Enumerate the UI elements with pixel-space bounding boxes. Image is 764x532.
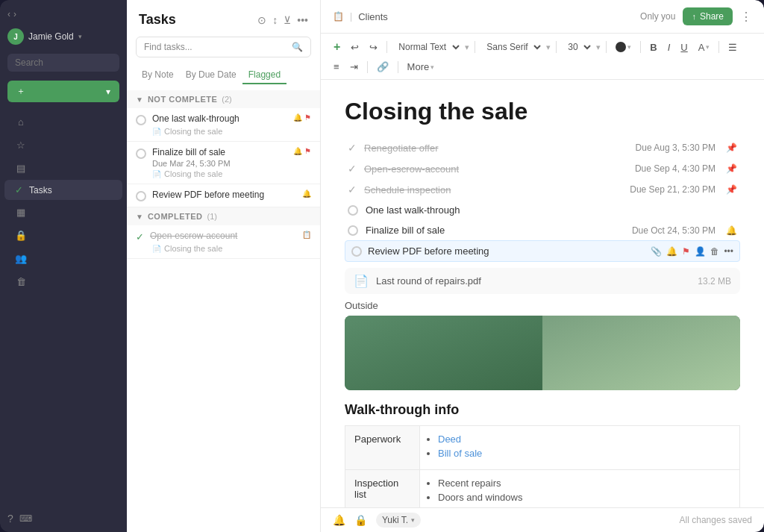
- forward-arrow[interactable]: ›: [13, 9, 16, 19]
- sidebar-item-home[interactable]: ⌂: [4, 110, 122, 133]
- not-complete-count: (2): [222, 95, 231, 104]
- walkthrough-table: Paperwork Deed Bill of sale Inspection l…: [345, 425, 740, 507]
- bill-of-sale-link[interactable]: Bill of sale: [438, 448, 482, 459]
- toolbar-size-select[interactable]: 30: [562, 40, 593, 54]
- keyboard-icon[interactable]: ⌨: [19, 513, 32, 524]
- task-main-completed-escrow: ✓ Open-escrow-account 📋: [136, 231, 311, 242]
- sidebar-item-trash[interactable]: 🗑: [4, 270, 122, 292]
- sidebar-item-tasks[interactable]: ✓ Tasks: [4, 180, 122, 200]
- toolbar-sep-5: [640, 41, 641, 53]
- task-sub-finalize: 📄 Closing the sale: [152, 169, 311, 178]
- tab-by-due-date[interactable]: By Due Date: [180, 66, 242, 84]
- not-complete-toggle[interactable]: ▼: [136, 96, 143, 104]
- sidebar-item-starred[interactable]: ☆: [4, 134, 122, 156]
- not-complete-label: NOT COMPLETE: [148, 95, 217, 104]
- toolbar-normal-text-select[interactable]: Normal Text: [392, 40, 462, 54]
- toolbar-add-btn[interactable]: +: [330, 38, 344, 56]
- doc-task-escrow[interactable]: ✓ Open-escrow-account Due Sep 4, 4:30 PM…: [345, 158, 740, 179]
- task-delete-icon[interactable]: 🗑: [710, 246, 719, 257]
- toolbar-numbered-list-btn[interactable]: ≡: [330, 59, 343, 75]
- new-button[interactable]: ＋ ▾: [7, 81, 119, 102]
- task-item-finalize[interactable]: Finalize bill of sale 🔔 ⚑ Due Mar 24, 5:…: [127, 142, 320, 184]
- doc-title: Closing the sale: [345, 98, 740, 125]
- toolbar-more-btn[interactable]: More ▾: [404, 59, 439, 75]
- tasks-filter-icon[interactable]: ⊙: [257, 14, 266, 26]
- editor-user-chevron: ▾: [411, 516, 415, 524]
- tasks-more-icon[interactable]: •••: [297, 14, 308, 26]
- task-item-walk-through[interactable]: One last walk-through 🔔 ⚑ 📄 Closing the …: [127, 108, 320, 142]
- lock-icon: 🔒: [15, 230, 27, 241]
- editor-bottom-bell[interactable]: 🔔: [333, 514, 345, 526]
- find-tasks-input-wrapper[interactable]: Find tasks... 🔍: [136, 37, 311, 57]
- task-item-completed-escrow[interactable]: ✓ Open-escrow-account 📋 📄 Closing the sa…: [127, 225, 320, 259]
- sidebar-item-table[interactable]: ▦: [4, 201, 122, 223]
- toolbar-underline-btn[interactable]: U: [677, 40, 691, 55]
- task-attach-icon[interactable]: 📎: [651, 246, 662, 257]
- editor-bottom-lock[interactable]: 🔒: [354, 514, 367, 526]
- toolbar-bullet-list-btn[interactable]: ☰: [724, 40, 741, 55]
- deed-link[interactable]: Deed: [438, 434, 461, 445]
- toolbar-more-label: More: [407, 61, 430, 72]
- toolbar-undo-btn[interactable]: ↩: [347, 40, 363, 55]
- task-name-completed-escrow: Open-escrow-account: [150, 231, 296, 241]
- task-item-review[interactable]: Review PDF before meeting 🔔: [127, 184, 320, 207]
- task-bell-icon[interactable]: 🔔: [666, 246, 677, 257]
- tasks-panel-title: Tasks: [139, 12, 176, 28]
- main-editor: 📋 | Clients Only you ↑ Share ⋮ + ↩ ↪ Nor…: [321, 0, 764, 532]
- sidebar-item-lock[interactable]: 🔒: [4, 224, 122, 246]
- note-icon-finalize: 📄: [152, 170, 161, 178]
- toolbar-color-btn[interactable]: ▾: [612, 40, 635, 54]
- inspection-items: Recent repairs Doors and windows: [420, 470, 740, 508]
- editor-more-icon[interactable]: ⋮: [740, 10, 752, 24]
- people-icon: 👥: [15, 253, 27, 264]
- back-arrow[interactable]: ‹: [7, 9, 10, 19]
- toolbar-chevron-more: ▾: [430, 63, 434, 71]
- doc-task-finalize[interactable]: Finalize bill of sale Due Oct 24, 5:30 P…: [345, 220, 740, 240]
- tasks-sort-icon[interactable]: ↕: [272, 14, 278, 26]
- toolbar-bold-btn[interactable]: B: [646, 40, 660, 55]
- toolbar-italic-btn[interactable]: I: [664, 40, 674, 55]
- tab-flagged[interactable]: Flagged: [242, 66, 286, 84]
- sidebar-item-list[interactable]: ▤: [4, 157, 122, 179]
- chevron-down-icon: ▾: [78, 33, 82, 40]
- task-main-walk-through: One last walk-through 🔔 ⚑: [136, 113, 311, 125]
- toolbar-sep-1: [386, 41, 387, 53]
- task-text-review-input[interactable]: [368, 245, 645, 257]
- task-flag-icon[interactable]: ⚑: [682, 246, 690, 257]
- note-icon-walk-through: 📄: [152, 128, 161, 136]
- toolbar-font-select[interactable]: Sans Serif: [480, 40, 543, 54]
- doc-task-inspection[interactable]: ✓ Schedule inspection Due Sep 21, 2:30 P…: [345, 179, 740, 200]
- doc-task-review-active[interactable]: 📎 🔔 ⚑ 👤 🗑 •••: [345, 240, 740, 262]
- bell-badge-review: 🔔: [302, 190, 311, 198]
- toolbar-link-btn[interactable]: 🔗: [373, 59, 392, 75]
- circle-review: [351, 246, 362, 257]
- find-tasks-placeholder: Find tasks...: [144, 42, 192, 52]
- new-btn-row: ＋ ▾: [0, 76, 127, 107]
- doc-task-walkthrough[interactable]: One last walk-through: [345, 200, 740, 220]
- share-button[interactable]: ↑ Share: [683, 7, 733, 25]
- tab-by-note[interactable]: By Note: [136, 66, 180, 84]
- editor-user-chip[interactable]: Yuki T. ▾: [376, 513, 421, 528]
- task-assign-icon[interactable]: 👤: [695, 246, 706, 257]
- toolbar-indent-btn[interactable]: ⇥: [346, 59, 362, 75]
- task-more-icon[interactable]: •••: [724, 246, 733, 257]
- completed-toggle[interactable]: ▼: [136, 213, 143, 221]
- tasks-funnel-icon[interactable]: ⊻: [284, 14, 291, 26]
- sidebar-item-people[interactable]: 👥: [4, 247, 122, 269]
- share-label: Share: [700, 11, 724, 22]
- doc-task-list: ✓ Renegotiate offer Due Aug 3, 5:30 PM 📌…: [345, 137, 740, 262]
- task-badges-review: 🔔: [302, 190, 311, 198]
- task-badges-walk-through: 🔔 ⚑: [293, 113, 311, 122]
- tasks-header-icons: ⊙ ↕ ⊻ •••: [257, 14, 308, 26]
- user-row[interactable]: J Jamie Gold ▾: [0, 24, 127, 49]
- sidebar-search-input[interactable]: [7, 54, 119, 72]
- help-icon[interactable]: ?: [7, 513, 13, 525]
- toolbar-text-color-btn[interactable]: A ▾: [695, 40, 714, 55]
- circle-finalize: [348, 225, 358, 236]
- toolbar-redo-btn[interactable]: ↪: [366, 40, 381, 55]
- completed-note-icon: 📋: [302, 231, 311, 239]
- task-text-finalize-doc: Finalize bill of sale: [366, 225, 624, 236]
- attachment-row[interactable]: 📄 Last round of repairs.pdf 13.2 MB: [345, 268, 740, 294]
- tasks-header: Tasks ⊙ ↕ ⊻ •••: [127, 0, 320, 34]
- doc-task-renegotiate[interactable]: ✓ Renegotiate offer Due Aug 3, 5:30 PM 📌: [345, 137, 740, 158]
